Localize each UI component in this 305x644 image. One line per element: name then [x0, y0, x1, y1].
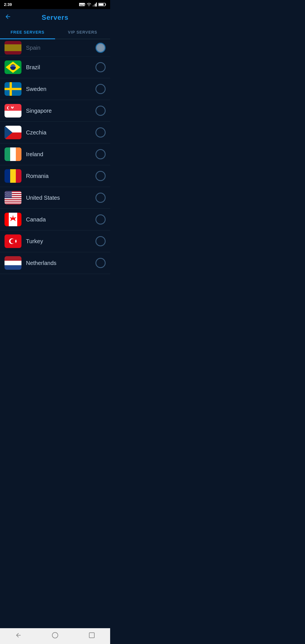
country-name: Turkey	[26, 238, 95, 245]
list-item[interactable]: Brazil	[0, 56, 110, 78]
flag-turkey	[5, 234, 21, 248]
svg-rect-7	[95, 4, 96, 6]
country-name: Singapore	[26, 108, 95, 114]
back-button[interactable]	[5, 13, 11, 22]
svg-rect-5	[93, 5, 93, 6]
flag-usa: ★ ★ ★ ★ ★ ★ ★ ★ ★ ★ ★ ★ ★ ★ ★ ★ ★ ★ ★ ★ …	[5, 191, 21, 204]
country-name: Canada	[26, 216, 95, 223]
svg-rect-48	[5, 200, 21, 201]
svg-text:VoLTE: VoLTE	[80, 4, 85, 6]
svg-rect-46	[5, 198, 21, 199]
list-item[interactable]: Singapore	[0, 100, 110, 122]
flag-brazil	[5, 60, 21, 74]
svg-rect-13	[5, 44, 21, 51]
svg-rect-8	[96, 3, 97, 6]
server-toggle[interactable]	[95, 43, 106, 53]
status-time: 2:39	[4, 2, 12, 7]
svg-point-63	[10, 239, 15, 243]
wifi-icon	[86, 3, 91, 6]
country-name: Brazil	[26, 64, 95, 71]
server-toggle[interactable]	[95, 214, 106, 225]
battery-icon	[98, 3, 106, 6]
svg-rect-50	[5, 203, 21, 204]
status-bar: 2:39 VoLTE	[0, 0, 110, 9]
server-toggle[interactable]	[95, 193, 106, 203]
svg-point-23	[8, 106, 11, 110]
list-item[interactable]: Netherlands	[0, 252, 110, 274]
list-item[interactable]: Canada	[0, 209, 110, 230]
list-item[interactable]: Romania	[0, 165, 110, 187]
back-arrow-icon	[5, 13, 11, 20]
svg-rect-67	[5, 261, 21, 265]
country-name: Netherlands	[26, 260, 95, 266]
svg-point-16	[10, 64, 16, 70]
svg-rect-36	[10, 169, 16, 183]
header: Servers	[0, 9, 110, 26]
server-toggle[interactable]	[95, 62, 106, 72]
list-item[interactable]: Spain	[0, 39, 110, 56]
flag-canada	[5, 213, 21, 226]
svg-rect-34	[16, 147, 21, 161]
svg-rect-21	[5, 111, 21, 118]
svg-rect-49	[5, 201, 21, 203]
svg-text:★ ★ ★ ★ ★ ★: ★ ★ ★ ★ ★ ★	[5, 196, 14, 197]
country-name: Ireland	[26, 151, 95, 158]
svg-rect-66	[5, 256, 21, 261]
list-item[interactable]: Czechia	[0, 122, 110, 143]
svg-rect-19	[5, 88, 21, 90]
flag-spain	[5, 41, 21, 55]
list-item[interactable]: ★ ★ ★ ★ ★ ★ ★ ★ ★ ★ ★ ★ ★ ★ ★ ★ ★ ★ ★ ★ …	[0, 187, 110, 209]
server-toggle[interactable]	[95, 258, 106, 268]
flag-romania	[5, 169, 21, 183]
svg-rect-51	[5, 203, 21, 204]
status-icons: VoLTE	[79, 3, 106, 6]
country-name: Spain	[26, 45, 95, 51]
country-name: Romania	[26, 173, 95, 179]
svg-rect-68	[5, 265, 21, 270]
country-name: Czechia	[26, 129, 95, 136]
country-name: United States	[26, 195, 95, 201]
server-toggle[interactable]	[95, 127, 106, 138]
svg-rect-47	[5, 199, 21, 201]
svg-rect-10	[105, 4, 106, 5]
svg-point-4	[89, 5, 89, 6]
flag-czechia	[5, 126, 21, 139]
tab-free-servers[interactable]: FREE SERVERS	[0, 26, 55, 39]
list-item[interactable]: Sweden	[0, 78, 110, 100]
svg-rect-35	[5, 169, 10, 183]
svg-rect-6	[94, 5, 95, 6]
tabs-container: FREE SERVERS VIP SERVERS	[0, 26, 110, 39]
server-toggle[interactable]	[95, 171, 106, 181]
flag-sweden	[5, 82, 21, 96]
list-item[interactable]: Ireland	[0, 143, 110, 165]
flag-ireland	[5, 147, 21, 161]
server-toggle[interactable]	[95, 84, 106, 94]
server-toggle[interactable]	[95, 236, 106, 246]
page-title: Servers	[42, 14, 68, 21]
tab-vip-servers[interactable]: VIP SERVERS	[55, 26, 110, 39]
svg-rect-33	[10, 147, 16, 161]
server-toggle[interactable]	[95, 106, 106, 116]
svg-rect-32	[5, 147, 10, 161]
svg-rect-37	[16, 169, 21, 183]
flag-singapore	[5, 104, 21, 118]
flag-netherlands	[5, 256, 21, 270]
list-item[interactable]: Turkey	[0, 230, 110, 252]
server-toggle[interactable]	[95, 149, 106, 159]
svg-rect-11	[99, 4, 104, 6]
server-list: Spain Brazil Sweden	[0, 39, 110, 274]
country-name: Sweden	[26, 86, 95, 92]
signal-icon	[93, 3, 97, 6]
vol-lte-icon: VoLTE	[79, 3, 85, 6]
